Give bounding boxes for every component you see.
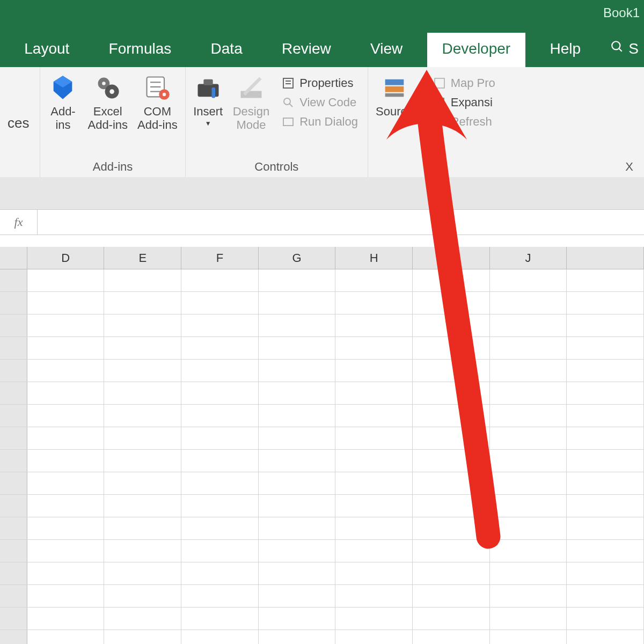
- svg-rect-22: [385, 79, 404, 85]
- formula-input[interactable]: [38, 210, 644, 235]
- row-header-corner[interactable]: [0, 247, 27, 269]
- addins-label: Add- ins: [50, 105, 75, 132]
- ribbon-group-xml: Source Map Pro Expansi: [368, 67, 644, 177]
- properties-icon: [281, 76, 295, 90]
- controls-group-label: Controls: [254, 158, 298, 174]
- svg-point-5: [102, 82, 106, 85]
- com-addins-label: COM Add-ins: [137, 105, 178, 132]
- view-code-label: View Code: [299, 96, 356, 109]
- svg-rect-27: [440, 98, 444, 102]
- ribbon-truncated-left: ces: [0, 67, 40, 177]
- run-dialog-label: Run Dialog: [299, 115, 358, 129]
- gear-icon: [93, 72, 123, 103]
- excel-addins-label: Excel Add-ins: [87, 105, 128, 132]
- refresh-label: Refresh: [451, 115, 492, 129]
- dropdown-icon: ▼: [205, 120, 211, 128]
- expansion-packs-button[interactable]: Expansi: [430, 94, 497, 111]
- tab-review[interactable]: Review: [267, 33, 346, 67]
- cells-area[interactable]: [0, 269, 644, 644]
- formula-bar: fx: [0, 209, 644, 235]
- map-properties-label: Map Pro: [451, 76, 495, 90]
- search-icon: [610, 40, 624, 57]
- col-header[interactable]: [567, 247, 644, 269]
- run-dialog-button[interactable]: Run Dialog: [279, 113, 360, 130]
- excel-addins-button[interactable]: Excel Add-ins: [87, 72, 128, 132]
- svg-point-4: [109, 89, 114, 94]
- addins-icon: [48, 72, 78, 103]
- addins-group-label: Add-ins: [93, 158, 133, 174]
- spreadsheet-grid: D E F G H J: [0, 247, 644, 644]
- source-label: Source: [376, 105, 413, 118]
- col-header[interactable]: J: [490, 247, 567, 269]
- xml-group-label: X: [625, 158, 636, 174]
- svg-point-11: [163, 93, 166, 97]
- svg-rect-21: [283, 118, 293, 126]
- truncated-label: ces: [8, 115, 29, 131]
- checklist-gear-icon: [142, 72, 172, 103]
- tab-view[interactable]: View: [355, 33, 418, 67]
- col-header[interactable]: F: [181, 247, 259, 269]
- tab-help[interactable]: Help: [535, 33, 596, 67]
- title-bar: Book1: [0, 0, 644, 27]
- properties-label: Properties: [299, 76, 353, 90]
- map-properties-icon: [433, 76, 447, 90]
- tell-me-search[interactable]: S: [605, 32, 644, 67]
- col-header[interactable]: D: [27, 247, 105, 269]
- tab-formulas[interactable]: Formulas: [94, 33, 187, 67]
- toolbox-icon: [193, 72, 223, 103]
- design-mode-label: Design Mode: [233, 105, 269, 132]
- expansion-icon: [433, 96, 447, 109]
- svg-rect-25: [435, 78, 444, 88]
- tab-data[interactable]: Data: [196, 33, 258, 67]
- separator-bar: [0, 177, 644, 209]
- column-headers: D E F G H J: [0, 247, 644, 269]
- col-header[interactable]: G: [259, 247, 336, 269]
- svg-line-1: [619, 48, 622, 51]
- col-header[interactable]: H: [335, 247, 413, 269]
- svg-rect-12: [197, 84, 218, 97]
- svg-rect-24: [385, 93, 404, 97]
- ribbon-group-addins: Add- ins Excel Add-ins COM Add-ins Add-i…: [40, 67, 185, 177]
- fx-label[interactable]: fx: [0, 210, 38, 235]
- view-code-icon: [281, 96, 295, 109]
- svg-line-20: [289, 104, 292, 107]
- svg-rect-15: [240, 91, 261, 98]
- svg-rect-23: [385, 86, 404, 92]
- ruler-pencil-icon: [236, 72, 266, 103]
- ribbon: ces Add- ins Excel Add-ins COM Add-ins: [0, 67, 644, 177]
- col-header[interactable]: [413, 247, 490, 269]
- addins-button[interactable]: Add- ins: [48, 72, 78, 132]
- ribbon-tabs: Layout Formulas Data Review View Develop…: [0, 27, 644, 67]
- ribbon-group-controls: Insert ▼ Design Mode Properties: [186, 67, 368, 177]
- spacer: [0, 235, 644, 247]
- source-button[interactable]: Source: [376, 72, 413, 118]
- view-code-button[interactable]: View Code: [279, 94, 360, 111]
- svg-rect-14: [211, 87, 215, 98]
- source-icon: [379, 72, 409, 103]
- refresh-icon: [433, 115, 447, 129]
- svg-rect-13: [203, 79, 213, 85]
- svg-rect-26: [435, 98, 439, 102]
- com-addins-button[interactable]: COM Add-ins: [137, 72, 178, 132]
- svg-point-0: [612, 41, 620, 49]
- search-label: S: [628, 40, 639, 57]
- tab-developer[interactable]: Developer: [427, 33, 526, 67]
- expansion-label: Expansi: [451, 96, 493, 109]
- svg-rect-28: [435, 103, 439, 107]
- insert-control-button[interactable]: Insert ▼: [193, 72, 223, 128]
- map-properties-button[interactable]: Map Pro: [430, 75, 497, 92]
- insert-label: Insert: [193, 105, 223, 118]
- workbook-title: Book1: [603, 5, 640, 20]
- run-dialog-icon: [281, 115, 295, 129]
- col-header[interactable]: E: [104, 247, 181, 269]
- tab-layout[interactable]: Layout: [9, 33, 84, 67]
- design-mode-button[interactable]: Design Mode: [233, 72, 269, 132]
- properties-button[interactable]: Properties: [279, 75, 360, 92]
- refresh-data-button[interactable]: Refresh: [430, 113, 497, 130]
